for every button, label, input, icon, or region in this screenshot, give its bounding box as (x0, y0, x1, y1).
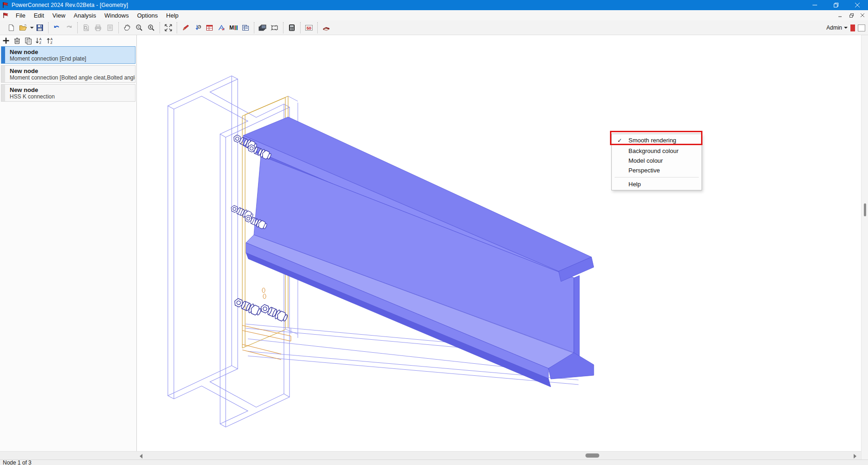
menu-bar: File Edit View Analysis Windows Options … (0, 10, 868, 20)
add-node-button[interactable] (1, 36, 11, 45)
grid-50-button[interactable]: 50 (303, 22, 315, 33)
menu-item-perspective[interactable]: Perspective (612, 165, 702, 175)
main-toolbar: M 50 (0, 20, 868, 35)
vertical-scroll-thumb[interactable] (864, 203, 866, 216)
admin-dropdown[interactable]: Admin (826, 24, 848, 31)
status-text: Node 1 of 3 (3, 459, 31, 465)
geometry-viewport[interactable] (137, 35, 861, 451)
node-title: New node (10, 49, 133, 55)
open-file-combo[interactable] (17, 22, 34, 33)
horizontal-scroll-thumb[interactable] (585, 453, 599, 458)
title-bar: PowerConnect 2024 Rev.02Beta - [Geometry… (0, 0, 868, 10)
panel-toggle-button[interactable] (858, 24, 865, 31)
menu-item-model-colour[interactable]: Model colour (612, 156, 702, 165)
report-table-button[interactable] (240, 22, 252, 33)
mdi-close-button[interactable] (859, 12, 866, 19)
node-list-item[interactable]: New node HSS K connection (1, 84, 135, 102)
horizontal-scrollbar[interactable] (0, 451, 861, 459)
minimize-button[interactable] (804, 0, 825, 10)
delete-node-button[interactable] (12, 36, 22, 45)
document-flag-icon (3, 12, 9, 18)
mdi-restore-button[interactable] (848, 12, 855, 19)
node-list-item[interactable]: New node Moment connection [Bolted angle… (1, 65, 135, 83)
menu-file[interactable]: File (12, 11, 30, 20)
menu-analysis[interactable]: Analysis (69, 11, 100, 20)
menu-item-label: Model colour (628, 157, 663, 164)
sort-descending-button[interactable]: AZ (35, 36, 44, 45)
node-subtitle: HSS K connection (10, 93, 133, 100)
undo-button[interactable] (51, 22, 63, 33)
node-title: New node (10, 86, 133, 93)
application-window: PowerConnect 2024 Rev.02Beta - [Geometry… (0, 0, 868, 465)
menu-options[interactable]: Options (133, 11, 162, 20)
menu-help[interactable]: Help (162, 11, 183, 20)
zoom-out-button[interactable] (133, 22, 145, 33)
print-preview-button[interactable] (80, 22, 92, 33)
print-setup-button[interactable] (104, 22, 116, 33)
sort-ascending-button[interactable]: AZ (46, 36, 55, 45)
menu-item-label: Help (628, 181, 641, 188)
viewport-context-menu: ✓ Smooth rendering Background colour Mod… (611, 134, 702, 190)
close-button[interactable] (847, 0, 868, 10)
sidebar-toolbar: AZ AZ (0, 35, 136, 46)
scroll-left-arrow-icon[interactable] (140, 454, 142, 459)
svg-text:A: A (39, 37, 42, 41)
load-arrow-button[interactable] (191, 22, 203, 33)
vertical-scrollbar[interactable] (861, 35, 868, 459)
svg-text:Z: Z (39, 41, 42, 44)
connection-check-button[interactable] (215, 22, 228, 33)
node-title: New node (10, 67, 133, 74)
zoom-extents-button[interactable] (162, 22, 174, 33)
scroll-right-arrow-icon[interactable] (854, 454, 856, 459)
svg-text:A: A (50, 37, 53, 41)
menu-view[interactable]: View (48, 11, 69, 20)
admin-caret-icon (844, 27, 848, 29)
svg-text:Z: Z (50, 41, 53, 44)
item-bar (1, 66, 5, 82)
menu-item-smooth-rendering[interactable]: ✓ Smooth rendering (612, 135, 702, 146)
admin-label: Admin (826, 24, 842, 31)
menu-item-label: Background colour (628, 147, 678, 154)
item-bar (1, 85, 5, 101)
calculator-button[interactable] (286, 22, 298, 33)
restore-button[interactable] (825, 0, 847, 10)
print-button[interactable] (92, 22, 104, 33)
window-title: PowerConnect 2024 Rev.02Beta - [Geometry… (12, 2, 128, 8)
manual-book-button[interactable] (320, 22, 332, 33)
app-logo-icon (2, 2, 9, 8)
open-dropdown-caret-icon[interactable] (30, 27, 34, 29)
pan-hand-button[interactable] (121, 22, 133, 33)
open-file-button[interactable] (17, 22, 29, 33)
node-subtitle: Moment connection [End plate] (10, 55, 133, 62)
node-list-item[interactable]: New node Moment connection [End plate] (1, 46, 135, 64)
menu-windows[interactable]: Windows (100, 11, 133, 20)
node-subtitle: Moment connection [Bolted angle cleat,Bo… (10, 74, 133, 81)
status-red-badge (850, 24, 855, 31)
menu-item-label: Perspective (628, 167, 660, 174)
copy-node-button[interactable] (24, 36, 33, 45)
menu-separator (615, 177, 699, 177)
menu-item-help[interactable]: Help (612, 179, 702, 189)
marker-pencil-button[interactable] (179, 22, 191, 33)
table-red-button[interactable] (203, 22, 215, 33)
save-button[interactable] (34, 22, 46, 33)
menu-edit[interactable]: Edit (30, 11, 48, 20)
rendered-beam (243, 117, 594, 387)
bolt-group-bottom (233, 297, 289, 323)
menu-item-background-colour[interactable]: Background colour (612, 146, 702, 156)
new-document-button[interactable] (5, 22, 17, 33)
bounding-box-button[interactable] (269, 22, 281, 33)
node-list: New node Moment connection [End plate] N… (0, 46, 136, 102)
svg-text:M: M (229, 24, 234, 31)
selection-accent-bar (1, 47, 5, 63)
status-bar: Node 1 of 3 (0, 459, 868, 465)
svg-text:50: 50 (307, 26, 311, 31)
mdi-minimize-button[interactable] (837, 12, 844, 19)
redo-button[interactable] (63, 22, 75, 33)
node-sidebar: AZ AZ New node Moment connection [End pl… (0, 35, 137, 451)
layers-stack-button[interactable] (257, 22, 269, 33)
checkmark-icon: ✓ (617, 135, 622, 146)
connection-3d-scene (137, 35, 861, 451)
zoom-in-button[interactable] (145, 22, 157, 33)
material-colours-button[interactable]: M (228, 22, 240, 33)
